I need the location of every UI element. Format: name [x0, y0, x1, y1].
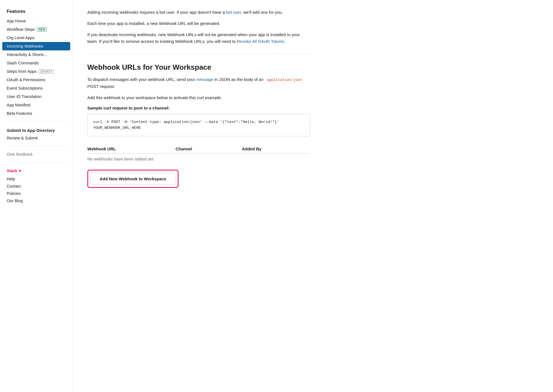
no-webhooks-text: No webhooks have been added yet. [87, 153, 310, 164]
sidebar-item-label: Beta Features [7, 111, 32, 116]
give-feedback[interactable]: Give feedback [0, 149, 72, 159]
dispatch-paragraph: To dispatch messages with your webhook U… [87, 76, 310, 90]
footer-link-help[interactable]: Help [0, 175, 72, 183]
sidebar-item-interactivity[interactable]: Interactivity & Shortc... [0, 50, 72, 59]
sidebar-item-user-id-translation[interactable]: User ID Translation [0, 92, 72, 101]
code-line-1: curl -X POST -H 'Content-type: applicati… [93, 119, 304, 125]
sidebar-item-label: Workflow Steps [7, 27, 35, 32]
intro-paragraph-3: If you deactivate incoming webhooks, new… [87, 31, 310, 45]
col-webhook-url: Webhook URL [87, 144, 169, 154]
sidebar-divider-2 [7, 146, 66, 146]
code-block: curl -X POST -H 'Content-type: applicati… [87, 114, 310, 136]
sidebar-item-slash-commands[interactable]: Slash Commands [0, 59, 72, 67]
sidebar-item-label: User ID Translation [7, 94, 41, 99]
sidebar-item-event-subscriptions[interactable]: Event Subscriptions [0, 84, 72, 92]
table-header-row: Webhook URL Channel Added By [87, 144, 310, 154]
intro-paragraph-2: Each time your app is installed, a new W… [87, 20, 310, 27]
sidebar-item-incoming-webhooks[interactable]: Incoming Webhooks [2, 42, 70, 50]
webhook-table: Webhook URL Channel Added By No webhooks… [87, 144, 310, 164]
revoke-tokens-link[interactable]: Revoke All OAuth Tokens [237, 39, 284, 44]
footer-link-contact[interactable]: Contact [0, 183, 72, 190]
col-added-by: Added By [235, 144, 310, 154]
table-row-empty: No webhooks have been added yet. [87, 153, 310, 164]
sidebar-item-label: Steps from Apps [7, 69, 36, 74]
sidebar-item-label: Interactivity & Shortc... [7, 52, 47, 57]
slack-label: Slack [7, 169, 17, 173]
sample-title: Sample curl request to post to a channel… [87, 106, 310, 110]
section-title: Webhook URLs for Your Workspace [87, 63, 310, 72]
sidebar-item-steps-from-apps[interactable]: Steps from Apps LEGACY [0, 67, 72, 76]
message-link[interactable]: message [196, 77, 213, 82]
footer-link-our-blog[interactable]: Our Blog [0, 197, 72, 204]
sidebar-item-oauth-permissions[interactable]: OAuth & Permissions [0, 76, 72, 84]
sidebar-item-label: OAuth & Permissions [7, 78, 45, 82]
sidebar-item-beta-features[interactable]: Beta Features [0, 109, 72, 118]
sidebar-item-label: Event Subscriptions [7, 86, 43, 90]
bot-user-link[interactable]: bot user [226, 10, 241, 15]
sidebar-divider-1 [7, 121, 66, 121]
content-type-code: application/json [265, 77, 304, 83]
sidebar-item-app-manifest[interactable]: App Manifest [0, 101, 72, 109]
features-title: Features [0, 7, 72, 17]
sidebar-item-org-level-apps[interactable]: Org Level Apps [0, 34, 72, 42]
webhook-urls-section: Webhook URLs for Your Workspace To dispa… [87, 63, 310, 188]
new-badge: NEW [37, 27, 46, 32]
sidebar-item-workflow-steps[interactable]: Workflow Steps NEW [0, 25, 72, 34]
intro-paragraph-1: Adding incoming webhooks requires a bot … [87, 9, 310, 16]
sidebar: Features App Home Workflow Steps NEW Org… [0, 0, 73, 392]
main-content: Adding incoming webhooks requires a bot … [73, 0, 325, 392]
add-webhook-highlight: Add New Webhook to Workspace [87, 170, 179, 188]
sidebar-item-label: Review & Submit [7, 136, 38, 140]
sidebar-item-app-home[interactable]: App Home [0, 17, 72, 25]
sidebar-item-review-submit[interactable]: Review & Submit [0, 134, 72, 142]
sidebar-item-label: App Manifest [7, 103, 31, 107]
activate-paragraph: Add this webhook to your workspace below… [87, 94, 310, 101]
sidebar-item-label: App Home [7, 19, 26, 23]
code-line-2: YOUR_WEBHOOK_URL_HERE [93, 125, 304, 131]
sidebar-item-label: Slash Commands [7, 61, 39, 65]
intro-section: Adding incoming webhooks requires a bot … [87, 9, 310, 45]
slack-heart-icon: ♥ [19, 169, 21, 173]
section-divider [87, 54, 310, 54]
slack-branding: Slack ♥ [0, 166, 72, 175]
legacy-badge: LEGACY [39, 69, 53, 74]
add-webhook-button[interactable]: Add New Webhook to Workspace [90, 173, 175, 185]
sidebar-divider-3 [7, 163, 66, 163]
sidebar-item-label: Org Level Apps [7, 36, 34, 40]
sidebar-item-label: Incoming Webhooks [7, 44, 43, 48]
col-channel: Channel [169, 144, 235, 154]
footer-link-policies[interactable]: Policies [0, 190, 72, 197]
submit-title: Submit to App Directory [0, 125, 72, 134]
